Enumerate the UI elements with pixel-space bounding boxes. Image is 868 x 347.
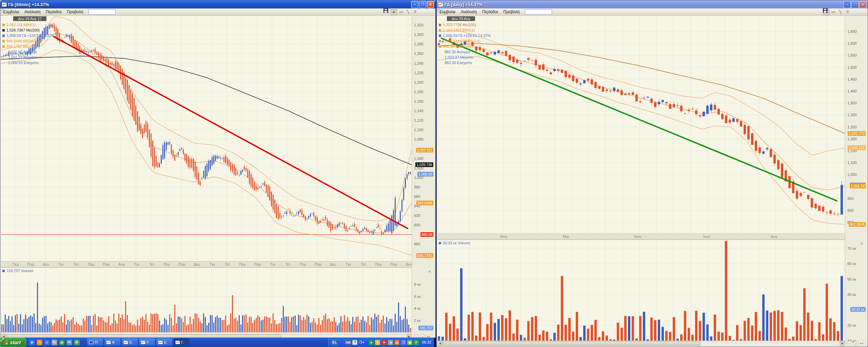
sync-icon[interactable]: ↻ bbox=[52, 340, 57, 345]
price-tag: 1,162.131 bbox=[848, 145, 866, 150]
price-tag: 1,057.111 bbox=[416, 148, 433, 152]
volume-icon[interactable]: ◄ bbox=[388, 340, 393, 345]
document-alert-icon[interactable]: ▤ bbox=[394, 340, 399, 345]
volume-pane-close-icon[interactable]: ✕ bbox=[860, 242, 863, 246]
time-axis-label: Πεμ bbox=[12, 262, 19, 266]
horizontal-scrollbar[interactable]: ◀▶ bbox=[437, 341, 845, 346]
legend-row: 1,162.1313 BBH(1) bbox=[439, 27, 491, 33]
scroll-right-arrow[interactable]: ▶ bbox=[840, 341, 845, 346]
time-axis-label: Τρι bbox=[58, 262, 63, 266]
monitor-eye-icon[interactable]: ◉ bbox=[407, 340, 412, 345]
time-axis-label: Πεμ bbox=[300, 262, 306, 266]
time-axis-label: Αυγ bbox=[118, 262, 125, 266]
price-tick-label: 1,100 bbox=[414, 128, 423, 132]
price-tag: 946.6446 bbox=[416, 201, 433, 205]
time-axis-label: Παρ bbox=[315, 262, 322, 266]
legend-row: 841.3576 BBL(1) bbox=[439, 44, 491, 49]
time-axis-label: Απρ bbox=[500, 234, 507, 239]
price-tick-label: 1,200 bbox=[414, 80, 423, 84]
scheduler-icon[interactable]: ◷ bbox=[37, 340, 42, 345]
chart-app-icon bbox=[141, 341, 145, 344]
price-tick-label: 1,240 bbox=[414, 61, 423, 65]
price-axis: 1,6501,6001,5501,5001,4501,4001,3501,300… bbox=[845, 16, 868, 341]
time-axis-strip: ΑπρΜαιΙουνΙουλΑυγ bbox=[437, 233, 845, 240]
volume-tag: 30.32 εκ bbox=[850, 307, 866, 312]
time-axis-label: Πεμ bbox=[375, 262, 382, 266]
price-pane-background bbox=[1, 16, 412, 334]
price-tick-label: 980 bbox=[414, 185, 420, 189]
price-tick-label: 1,050 bbox=[847, 172, 857, 177]
price-tick-label: 920 bbox=[414, 213, 420, 218]
legend-row: 1,006.59 ΓΔ +126.51 14.37% bbox=[2, 33, 54, 38]
price-tag: 1,026.736 bbox=[415, 162, 433, 167]
taskbar-button-E.[interactable]: E. bbox=[122, 339, 138, 346]
price-tick-label: 1,550 bbox=[847, 53, 857, 57]
volume-tick-label: 8 εκ bbox=[414, 282, 421, 286]
language-indicator[interactable]: EL bbox=[332, 340, 337, 345]
ie-browser-icon[interactable]: e bbox=[29, 340, 35, 345]
monitor-icon bbox=[89, 341, 94, 344]
security-shield-icon[interactable]: ! bbox=[375, 340, 380, 345]
scrollbar-thumb[interactable] bbox=[443, 341, 701, 346]
price-tick-label: 1,260 bbox=[414, 52, 423, 56]
messenger-icon[interactable]: ☺ bbox=[44, 340, 50, 345]
time-axis-label: Δευ bbox=[406, 262, 412, 266]
legend-row: 882.30 Ελάχιστο bbox=[439, 60, 491, 65]
time-axis-label: Τετ bbox=[149, 262, 154, 266]
price-tick-label: 1,100 bbox=[847, 161, 857, 165]
updates-icon[interactable]: ❐ bbox=[401, 340, 406, 345]
volume-pane-close-icon[interactable]: ✕ bbox=[428, 269, 431, 274]
price-tick-label: 1,320 bbox=[414, 23, 423, 27]
taskbar-button-Π[interactable]: Π bbox=[87, 339, 103, 346]
scroll-left-arrow[interactable]: ◀ bbox=[437, 341, 442, 346]
legend-row: 1,057.111 BBH(1) bbox=[2, 22, 54, 27]
recycle-icon[interactable]: ♻ bbox=[74, 340, 80, 345]
price-pane-background bbox=[437, 16, 845, 341]
price-tick-label: 1,200 bbox=[847, 137, 857, 141]
time-axis-strip: ΠεμΠαρΔευΤριΤετΠεμΠαρΑυγΤριΤετΠεμΠαρΔευΤ… bbox=[1, 261, 412, 267]
restore-panel-icon[interactable]: ❐▼ bbox=[359, 340, 364, 345]
taskbar-button-A[interactable]: A bbox=[104, 339, 120, 346]
price-tag: 1,006.59 bbox=[417, 172, 433, 177]
keyboard-icon[interactable]: ⌨ bbox=[346, 340, 351, 345]
volume-tick-label: 60 εκ bbox=[847, 262, 856, 266]
price-tick-label: 1,650 bbox=[847, 29, 857, 34]
legend-row: 946.6446 BB(20,2,1) bbox=[2, 38, 54, 44]
price-tag: 836.1781 bbox=[416, 253, 433, 258]
mail-notify-icon[interactable]: ♥ bbox=[381, 340, 387, 345]
legend-row: 1,222.7738 Με(100) bbox=[439, 22, 491, 27]
taskbar-button-F.[interactable]: F. bbox=[139, 339, 155, 346]
help-icon[interactable]: ? bbox=[352, 340, 357, 345]
time-axis-label: Παρ bbox=[178, 262, 185, 266]
volume-tick-label: 20 εκ bbox=[847, 323, 856, 327]
time-axis-label: Παρ bbox=[103, 262, 110, 266]
time-axis-label: Πεμ bbox=[163, 262, 170, 266]
price-tick-label: 1,280 bbox=[414, 42, 423, 46]
pen-input-icon[interactable] bbox=[339, 340, 344, 345]
zoom-in-button[interactable]: + bbox=[853, 341, 859, 346]
legend-row: 1,001.7444 BB(20,2,1) bbox=[439, 38, 491, 44]
price-tick-label: 860 bbox=[414, 242, 420, 246]
legend-row: 882.30 Ανοιγμα bbox=[439, 49, 491, 55]
time-axis-label: Παρ bbox=[390, 262, 397, 266]
taskbar-button-Γ.[interactable]: Γ. bbox=[174, 339, 190, 346]
price-tick-label: 900 bbox=[847, 208, 853, 212]
price-tick-label: 1,160 bbox=[414, 99, 423, 103]
zoom-out-button[interactable]: − bbox=[847, 341, 852, 346]
sync-check-icon[interactable]: ✔ bbox=[414, 340, 419, 345]
time-axis-label: Τρι bbox=[134, 262, 139, 266]
volume-legend: 30.32 εκ Volume bbox=[439, 241, 470, 245]
volume-tick-label: 70 εκ bbox=[847, 246, 856, 250]
crosshair-date-tooltip: Δευ 29 Αυγ bbox=[447, 16, 475, 21]
zoom-fit-button[interactable]: ⊷ bbox=[860, 341, 864, 346]
time-axis-label: Τρι bbox=[346, 262, 351, 266]
mail-app-icon[interactable]: ✉ bbox=[66, 340, 72, 345]
time-axis-label: Παρ bbox=[27, 262, 34, 266]
indicator-legend: 1,057.111 BBH(1)1,026.7367 Με(200)1,006.… bbox=[2, 22, 54, 65]
network-status-icon[interactable]: ● bbox=[369, 340, 374, 345]
globe-icon[interactable]: ◍ bbox=[59, 340, 65, 345]
start-label: start bbox=[10, 340, 21, 345]
taskbar-clock: 05:32 bbox=[422, 340, 431, 344]
taskbar-button-E.[interactable]: E. bbox=[156, 339, 172, 346]
taskbar: start e◷☺↻◍✉♻ ΠAE.F.E.Γ. EL ⌨ ? ❐▼ ●!♥◄▤… bbox=[0, 338, 434, 347]
